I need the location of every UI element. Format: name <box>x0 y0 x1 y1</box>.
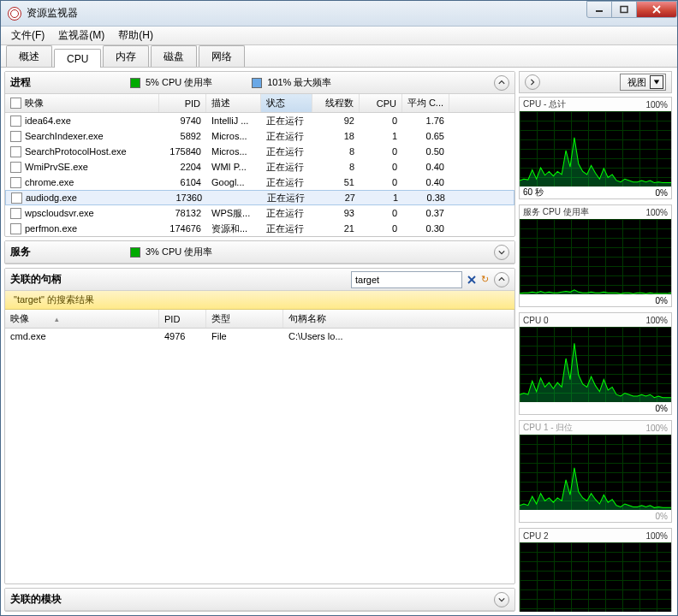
handles-search-input[interactable] <box>351 271 462 288</box>
row-checkbox[interactable] <box>10 223 21 234</box>
col-status[interactable]: 状态 <box>261 94 312 112</box>
processes-title: 进程 <box>10 75 130 90</box>
process-row[interactable]: audiodg.exe 17360 正在运行27 10.38 <box>5 190 514 205</box>
tab-memory[interactable]: 内存 <box>103 45 149 67</box>
row-checkbox[interactable] <box>10 162 21 173</box>
menu-help[interactable]: 帮助(H) <box>111 27 160 44</box>
modules-expand-button[interactable] <box>494 592 509 607</box>
row-checkbox[interactable] <box>10 146 21 157</box>
graph-title: CPU - 总计 <box>523 98 566 110</box>
handles-columns: 映像▴ PID 类型 句柄名称 <box>5 310 514 329</box>
graph-title: CPU 0 <box>523 316 548 325</box>
col-threads[interactable]: 线程数 <box>312 94 360 112</box>
hcol-name[interactable]: 句柄名称 <box>283 310 514 328</box>
cpu-usage-icon <box>130 247 140 258</box>
graph-max: 100% <box>645 100 668 110</box>
process-row[interactable]: SearchIndexer.exe 5892Micros... 正在运行18 1… <box>5 128 514 144</box>
graph-right-label: 0% <box>656 404 668 413</box>
view-dropdown[interactable]: 视图 <box>620 74 666 91</box>
maximize-button[interactable] <box>611 1 637 18</box>
modules-panel: 关联的模块 <box>4 588 515 612</box>
cpu-graph: CPU 0100% 0% <box>519 312 672 415</box>
hcol-pid[interactable]: PID <box>159 310 206 328</box>
graphs-header: 视图 <box>519 71 672 93</box>
menu-monitors[interactable]: 监视器(M) <box>51 27 111 44</box>
svg-rect-1 <box>621 6 627 12</box>
select-all-checkbox[interactable] <box>10 98 21 109</box>
graph-max: 100% <box>645 208 668 217</box>
process-row[interactable]: perfmon.exe 174676资源和... 正在运行21 00.30 <box>5 221 514 236</box>
tab-overview[interactable]: 概述 <box>6 45 52 67</box>
cpu-graph: CPU 1 - 归位100% 0% <box>519 420 672 523</box>
modules-title: 关联的模块 <box>10 592 130 607</box>
graph-title: 服务 CPU 使用率 <box>523 206 589 218</box>
services-panel: 服务 3% CPU 使用率 <box>4 240 515 264</box>
view-dropdown-label: 视图 <box>627 76 646 89</box>
row-checkbox[interactable] <box>10 116 21 127</box>
col-avg[interactable]: 平均 C... <box>402 94 449 112</box>
graph-title: CPU 1 - 归位 <box>523 422 573 434</box>
process-row[interactable]: SearchProtocolHost.exe 175840Micros... 正… <box>5 144 514 159</box>
minimize-button[interactable] <box>586 1 612 18</box>
process-row[interactable]: wpscloudsvr.exe 78132WPS服... 正在运行93 00.3… <box>5 205 514 221</box>
graph-title: CPU 2 <box>523 531 548 541</box>
process-row[interactable]: WmiPrvSE.exe 2204WMI P... 正在运行8 00.40 <box>5 159 514 175</box>
tab-cpu[interactable]: CPU <box>54 49 101 68</box>
processes-collapse-button[interactable] <box>494 75 509 91</box>
graphs-collapse-button[interactable] <box>525 74 540 90</box>
menu-file[interactable]: 文件(F) <box>4 27 51 44</box>
services-cpu-usage: 3% CPU 使用率 <box>146 246 212 258</box>
menubar: 文件(F) 监视器(M) 帮助(H) <box>1 27 677 45</box>
row-checkbox[interactable] <box>10 177 21 188</box>
tab-disk[interactable]: 磁盘 <box>151 45 197 67</box>
handles-panel: 关联的句柄 ↻ "target" 的搜索结果 映像▴ PID 类型 句柄名称 c… <box>4 268 515 584</box>
row-checkbox[interactable] <box>11 192 22 204</box>
search-clear-button[interactable] <box>466 274 478 286</box>
chevron-down-icon <box>650 75 663 89</box>
cpu-graph: 服务 CPU 使用率100% 0% <box>519 204 672 307</box>
row-checkbox[interactable] <box>10 131 21 142</box>
graph-max: 100% <box>645 424 668 433</box>
processes-panel: 进程 5% CPU 使用率 101% 最大频率 映像 PID 描述 状态 线程数… <box>4 71 515 237</box>
cpu-usage-icon <box>130 78 140 88</box>
processes-columns: 映像 PID 描述 状态 线程数 CPU 平均 C... <box>5 94 514 113</box>
graph-right-label: 0% <box>656 296 668 305</box>
graph-max: 100% <box>645 531 668 541</box>
col-cpu[interactable]: CPU <box>360 94 402 112</box>
cpu-graph: CPU 2100% 0% <box>519 528 672 612</box>
process-row[interactable]: chrome.exe 6104Googl... 正在运行51 00.40 <box>5 175 514 190</box>
search-results-tip: "target" 的搜索结果 <box>5 291 514 310</box>
services-expand-button[interactable] <box>494 245 509 260</box>
close-button[interactable] <box>636 1 677 18</box>
hcol-image[interactable]: 映像▴ <box>5 310 159 328</box>
col-image[interactable]: 映像 <box>5 94 159 112</box>
services-title: 服务 <box>10 245 130 259</box>
col-pid[interactable]: PID <box>159 94 206 112</box>
hcol-type[interactable]: 类型 <box>206 310 283 328</box>
process-row[interactable]: idea64.exe 9740IntelliJ ... 正在运行92 01.76 <box>5 113 514 128</box>
titlebar[interactable]: 资源监视器 <box>1 1 677 27</box>
handles-collapse-button[interactable] <box>494 272 509 287</box>
cpu-graph: CPU - 总计100% 60 秒0% <box>519 97 672 199</box>
graph-right-label: 0% <box>656 512 668 521</box>
app-window: 资源监视器 文件(F) 监视器(M) 帮助(H) 概述 CPU 内存 磁盘 网络… <box>0 0 678 616</box>
graph-left-label: 60 秒 <box>523 187 544 198</box>
processes-cpu-usage: 5% CPU 使用率 <box>146 76 212 89</box>
app-icon <box>8 7 21 21</box>
handles-title: 关联的句柄 <box>10 272 351 287</box>
tab-network[interactable]: 网络 <box>199 45 245 67</box>
window-title: 资源监视器 <box>27 6 587 21</box>
max-freq-icon <box>252 78 262 88</box>
graph-right-label: 0% <box>656 188 668 198</box>
handle-row[interactable]: cmd.exe4976 FileC:\Users lo... <box>5 329 514 344</box>
processes-max-freq: 101% 最大频率 <box>267 76 331 89</box>
svg-marker-6 <box>654 80 659 85</box>
graph-max: 100% <box>645 316 668 325</box>
sort-asc-icon: ▴ <box>55 315 59 323</box>
col-desc[interactable]: 描述 <box>206 94 261 112</box>
tabbar: 概述 CPU 内存 磁盘 网络 <box>1 45 677 68</box>
row-checkbox[interactable] <box>10 208 21 219</box>
search-refresh-icon[interactable]: ↻ <box>481 274 489 285</box>
